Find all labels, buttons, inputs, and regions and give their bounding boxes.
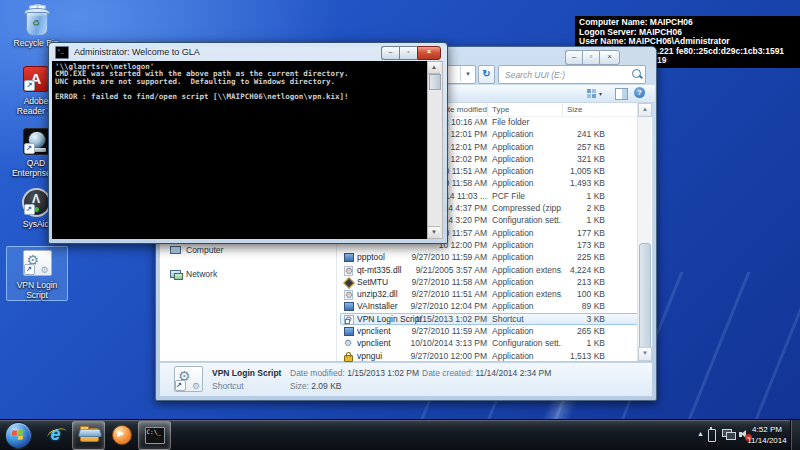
file-type: File folder (492, 116, 562, 128)
file-size: 89 KB (540, 300, 605, 312)
qad-icon: ↗ (23, 128, 50, 155)
file-size: 100 KB (540, 288, 605, 300)
address-dropdown-button[interactable]: ▾ (460, 66, 475, 81)
file-date-modified: 9/27/2010 11:58 AM (340, 276, 487, 288)
maximize-button[interactable]: ▫ (582, 50, 599, 65)
minimize-button[interactable]: – (381, 46, 399, 60)
file-size: 257 KB (540, 141, 605, 153)
scrollbar-thumb[interactable] (639, 243, 651, 357)
maximize-button[interactable]: ▫ (399, 46, 417, 60)
clock-time: 4:52 PM (744, 424, 790, 435)
file-date-modified: 1/15/2013 1:02 PM (340, 313, 487, 325)
details-pane: ⚙ ⚙ ↗ VPN Login Script Shortcut Date mod… (160, 362, 652, 396)
taskbar-clock[interactable]: 4:52 PM 11/14/2014 (744, 424, 790, 446)
console-scrollbar[interactable]: ▲ ▼ (427, 61, 443, 239)
preview-pane-button[interactable] (615, 88, 628, 100)
sidebar-item-computer[interactable]: Computer (170, 244, 223, 256)
adobe-reader-icon: A ↗ (23, 66, 49, 92)
battery-icon[interactable] (708, 429, 716, 442)
file-row[interactable]: SetMTU 9/27/2010 11:58 AM Application 21… (340, 276, 640, 288)
desktop: ♻ Recycle Bin A ↗ Adobe Reader XI ↗ QAD … (0, 0, 800, 450)
file-size: 4,224 KB (540, 264, 605, 276)
desktop-icon-vpn-login-script[interactable]: ⚙ ⚙ ↗ VPN Login Script (6, 246, 68, 301)
clock-date: 11/14/2014 (744, 435, 790, 446)
file-row[interactable]: unzip32.dll 9/27/2010 11:51 AM Applicati… (340, 288, 640, 300)
details-date-modified-value: 1/15/2013 1:02 PM (347, 368, 419, 378)
search-box (498, 65, 646, 84)
taskbar-item-media-player[interactable] (106, 421, 137, 448)
views-icon (587, 89, 596, 98)
details-date-created-label: Date created: (422, 368, 473, 378)
cmd-window-controls: – ▫ × (381, 46, 441, 60)
scroll-down-button[interactable]: ▼ (428, 226, 440, 238)
console-error-line: ERROR : failed to find/open script [\\MA… (55, 93, 429, 100)
shortcut-arrow-icon: ↗ (24, 80, 35, 91)
file-size: 321 KB (540, 153, 605, 165)
scroll-up-button[interactable]: ▲ (428, 62, 440, 74)
file-row[interactable]: vpnclient 10/10/2014 3:13 PM Configurati… (340, 337, 640, 349)
file-row[interactable]: VPN Login Script 1/15/2013 1:02 PM Short… (340, 313, 640, 325)
file-date-modified: 9/27/2010 12:00 PM (340, 350, 487, 362)
file-row[interactable]: ppptool 9/27/2010 11:59 AM Application 2… (340, 251, 640, 263)
show-desktop-button[interactable] (790, 420, 800, 450)
details-size-label: Size: (290, 381, 309, 391)
file-date-modified: 10/10/2014 3:13 PM (340, 337, 487, 349)
taskbar-item-internet-explorer[interactable]: e (40, 421, 71, 448)
console-line: UNC paths are not supported. Defaulting … (55, 78, 429, 85)
gear-icon: ⚙ (40, 265, 48, 275)
taskbar-item-windows-explorer[interactable] (72, 421, 105, 450)
gear-icon: ⚙ (192, 381, 200, 391)
refresh-button[interactable]: ↻ (478, 65, 495, 84)
scrollbar-thumb[interactable] (429, 74, 441, 90)
taskbar: e ▲ – 4:52 PM 11/14/2014 (0, 419, 800, 450)
start-button[interactable] (5, 422, 32, 449)
cmd-window-title: Administrator: Welcome to GLA (74, 47, 200, 57)
minimize-button[interactable]: – (565, 50, 582, 65)
column-header-type[interactable]: Type (492, 103, 509, 116)
console-output[interactable]: '\\glaprtsrv\netlogon' CMD.EXE was start… (52, 61, 429, 239)
folder-icon (79, 428, 99, 443)
taskbar-item-command-prompt[interactable] (138, 421, 171, 450)
explorer-window-controls: – ▫ × (565, 50, 620, 65)
internet-explorer-icon: e (50, 424, 60, 445)
network-tray-icon[interactable] (722, 429, 734, 439)
file-size: 3 KB (540, 313, 605, 325)
file-size: 213 KB (540, 276, 605, 288)
search-input[interactable] (503, 67, 621, 82)
file-row[interactable]: vpnclient 9/27/2010 11:59 AM Application… (340, 325, 640, 337)
file-date-modified: 9/27/2010 11:59 AM (340, 325, 487, 337)
desktop-icon-label: VPN Login Script (7, 280, 67, 300)
file-date-modified: 9/27/2010 12:04 PM (340, 300, 487, 312)
file-list-scrollbar[interactable]: ▲ ▼ (637, 103, 651, 361)
file-row[interactable]: qt-mt335.dll 9/21/2005 3:57 AM Applicati… (340, 264, 640, 276)
details-date-created-value: 11/14/2014 2:34 PM (475, 368, 551, 378)
computer-icon (170, 246, 181, 255)
close-button[interactable]: × (417, 46, 441, 60)
column-header-size[interactable]: Size (567, 103, 583, 116)
file-size: 1 KB (540, 190, 605, 202)
media-player-icon (112, 425, 132, 445)
tray-expand-icon[interactable]: ▲ (697, 430, 704, 437)
column-separator (562, 104, 563, 115)
views-button[interactable]: ▾ (587, 88, 611, 99)
scroll-down-button[interactable]: ▼ (638, 347, 652, 361)
file-row[interactable]: vpngui 9/27/2010 12:00 PM Application 1,… (340, 350, 640, 362)
cmd-window: Administrator: Welcome to GLA – ▫ × '\\g… (48, 42, 448, 244)
sidebar-item-label: Computer (186, 245, 223, 255)
file-size: 177 KB (540, 227, 605, 239)
chevron-down-icon: ▾ (599, 90, 602, 97)
scroll-up-button[interactable]: ▲ (638, 103, 652, 117)
file-size: 173 KB (540, 239, 605, 251)
recycle-bin-icon: ♻ (24, 7, 48, 35)
close-button[interactable]: × (599, 50, 620, 65)
search-icon[interactable] (632, 69, 641, 78)
file-row[interactable]: VAInstaller 9/27/2010 12:04 PM Applicati… (340, 300, 640, 312)
file-size: 265 KB (540, 325, 605, 337)
network-icon (170, 270, 181, 279)
shortcut-arrow-icon: ↗ (24, 143, 35, 154)
selected-file-icon: ⚙ ⚙ ↗ (174, 366, 203, 392)
sidebar-item-network[interactable]: Network (170, 268, 217, 280)
help-button[interactable]: ? (634, 87, 645, 98)
file-date-modified: 9/27/2010 11:51 AM (340, 288, 487, 300)
file-date-modified: 9/27/2010 11:59 AM (340, 251, 487, 263)
